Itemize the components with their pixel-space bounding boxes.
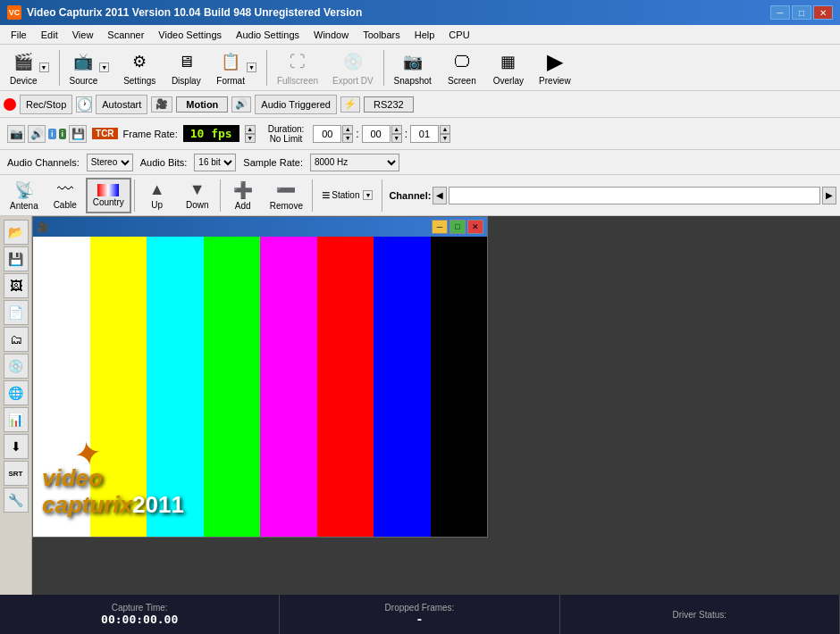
sidebar-btn-srt[interactable]: SRT — [4, 461, 29, 486]
menu-view[interactable]: View — [65, 28, 101, 42]
sidebar-btn-doc[interactable]: 📄 — [4, 300, 29, 325]
channel-next-button[interactable]: ▶ — [822, 187, 836, 204]
sidebar-btn-archive[interactable]: 🗂 — [4, 327, 29, 352]
audio-triggered-button[interactable]: Audio Triggered — [255, 95, 337, 114]
settings-sm-icon-2[interactable]: 🔊 — [28, 125, 46, 143]
up-button[interactable]: ▲ Up — [138, 178, 177, 213]
video-minimize-button[interactable]: ─ — [432, 220, 448, 234]
rs232-button[interactable]: RS232 — [364, 96, 414, 113]
sidebar-btn-down[interactable]: ⬇ — [4, 434, 29, 459]
overlay-button[interactable]: ▦ Overlay — [486, 47, 531, 88]
fps-up-button[interactable]: ▲ — [245, 125, 256, 134]
minutes-down-button[interactable]: ▼ — [391, 134, 402, 143]
sidebar-btn-image[interactable]: 🖼 — [4, 273, 29, 298]
motion-button[interactable]: Motion — [176, 96, 228, 113]
menu-file[interactable]: File — [4, 28, 34, 42]
remove-button[interactable]: ➖ Remove — [264, 178, 309, 213]
audio-bits-select[interactable]: 16 bit 8 bit — [194, 154, 236, 171]
down-button[interactable]: ▼ Down — [178, 178, 217, 213]
source-button[interactable]: 📺 Source ▼ — [63, 47, 116, 88]
sidebar-btn-chart[interactable]: 📊 — [4, 407, 29, 432]
menu-toolbars[interactable]: Toolbars — [356, 28, 407, 42]
channel-input[interactable] — [449, 187, 820, 204]
sample-rate-select[interactable]: 8000 Hz 11025 Hz 22050 Hz 44100 Hz — [310, 154, 399, 171]
menu-edit[interactable]: Edit — [34, 28, 65, 42]
video-maximize-button[interactable]: □ — [449, 220, 466, 234]
camera-icon[interactable]: 🎥 — [151, 96, 172, 113]
main-area: 📂 💾 🖼 📄 🗂 💿 🌐 📊 ⬇ SRT 🔧 — [0, 216, 840, 595]
settings-sm-icon-3[interactable]: 💾 — [69, 125, 87, 143]
screen-button[interactable]: 🖵 Screen — [440, 47, 484, 88]
display-button[interactable]: 🖥 Display — [164, 47, 208, 88]
info-badge-2[interactable]: i — [59, 129, 67, 139]
antena-button[interactable]: 📡 Antena — [4, 178, 45, 213]
autostart-button[interactable]: Autostart — [96, 95, 147, 114]
add-button[interactable]: ➕ Add — [223, 178, 263, 213]
channel-prev-button[interactable]: ◀ — [433, 187, 447, 204]
sidebar-btn-folder[interactable]: 📂 — [4, 220, 29, 245]
export-dv-button[interactable]: 💿 Export DV — [326, 47, 380, 88]
dropped-frames-section: Dropped Frames: - — [280, 595, 559, 634]
fps-down-button[interactable]: ▼ — [245, 134, 256, 143]
duration-minutes-input[interactable] — [362, 125, 391, 143]
video-close-button[interactable]: ✕ — [467, 220, 483, 234]
duration-hours-input[interactable] — [313, 125, 341, 143]
app-icon: VC — [7, 5, 21, 20]
sidebar-btn-disk[interactable]: 💿 — [4, 354, 29, 379]
country-button[interactable]: Country — [86, 178, 131, 213]
menu-help[interactable]: Help — [407, 28, 442, 42]
rec-stop-label: Rec/Stop — [26, 99, 66, 110]
device-button[interactable]: 🎬 Device ▼ — [4, 47, 55, 88]
station-button[interactable]: ≡ Station ▼ — [315, 178, 379, 213]
settings-button[interactable]: ⚙ Settings — [117, 47, 162, 88]
rec-stop-button[interactable]: Rec/Stop — [20, 95, 72, 114]
up-label: Up — [151, 200, 163, 210]
audio-icon[interactable]: 🔊 — [231, 96, 251, 113]
format-button[interactable]: 📋 Format ▼ — [210, 47, 263, 88]
sidebar-btn-save[interactable]: 💾 — [4, 246, 29, 271]
maximize-button[interactable]: □ — [792, 5, 811, 20]
color-bars: ✦ video capturix 2011 — [33, 237, 487, 537]
clock-icon[interactable]: 🕐 — [76, 96, 92, 113]
station-arrow[interactable]: ▼ — [363, 190, 373, 200]
close-button[interactable]: ✕ — [813, 5, 833, 20]
autostart-label: Autostart — [102, 99, 141, 110]
menu-video-settings[interactable]: Video Settings — [151, 28, 229, 42]
info-badge-1[interactable]: i — [48, 129, 56, 139]
title-bar: VC Video Capturix 2011 Version 10.04 Bui… — [0, 0, 840, 25]
seconds-up-button[interactable]: ▲ — [440, 125, 450, 134]
antena-icon: 📡 — [14, 180, 34, 200]
color-bar-black — [431, 237, 488, 537]
minimize-button[interactable]: ─ — [770, 5, 790, 20]
hours-down-button[interactable]: ▼ — [342, 134, 353, 143]
cable-icon: 〰 — [57, 180, 73, 199]
left-sidebar: 📂 💾 🖼 📄 🗂 💿 🌐 📊 ⬇ SRT 🔧 — [0, 216, 32, 595]
menu-scanner[interactable]: Scanner — [100, 28, 151, 42]
seconds-down-button[interactable]: ▼ — [440, 134, 450, 143]
window-controls: ─ □ ✕ — [770, 5, 833, 20]
add-icon: ➕ — [233, 180, 253, 200]
preview-button[interactable]: ▶ Preview — [533, 47, 577, 88]
source-arrow[interactable]: ▼ — [99, 63, 109, 72]
cable-button[interactable]: 〰 Cable — [46, 178, 85, 213]
format-arrow[interactable]: ▼ — [247, 63, 256, 72]
menu-audio-settings[interactable]: Audio Settings — [229, 28, 307, 42]
menu-cpu[interactable]: CPU — [441, 28, 476, 42]
duration-seconds-input[interactable] — [410, 125, 439, 143]
audio-channels-select[interactable]: Stereo Mono — [87, 154, 133, 171]
settings-sm-icon-1[interactable]: 📷 — [7, 125, 25, 143]
hours-up-button[interactable]: ▲ — [342, 125, 353, 134]
sidebar-btn-tool[interactable]: 🔧 — [4, 488, 29, 513]
snapshot-button[interactable]: 📷 Snapshot — [388, 47, 438, 88]
rs232-icon[interactable]: ⚡ — [340, 96, 360, 113]
menu-window[interactable]: Window — [307, 28, 356, 42]
device-icon: 🎬 — [11, 49, 36, 74]
fullscreen-button[interactable]: ⛶ Fullscreen — [271, 47, 324, 88]
audio-channels-label: Audio Channels: — [7, 157, 80, 168]
image-icon: 🖼 — [10, 279, 22, 293]
sidebar-btn-globe[interactable]: 🌐 — [4, 380, 29, 405]
minutes-up-button[interactable]: ▲ — [391, 125, 402, 134]
color-bar-cyan — [147, 237, 204, 537]
preview-label: Preview — [539, 76, 571, 86]
device-arrow[interactable]: ▼ — [39, 63, 49, 72]
